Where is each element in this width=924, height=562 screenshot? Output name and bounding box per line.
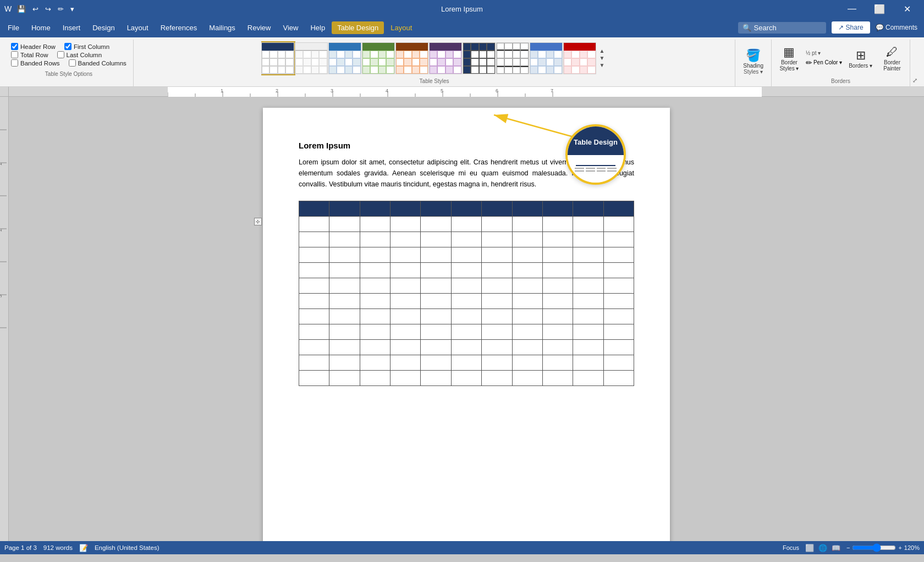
table-cell[interactable] [299, 278, 329, 294]
table-cell[interactable] [391, 371, 421, 386]
table-cell[interactable] [391, 201, 421, 217]
table-cell[interactable] [482, 294, 512, 309]
menu-insert[interactable]: Insert [57, 21, 86, 34]
first-column-checkbox[interactable]: First Column [64, 43, 109, 50]
banded-columns-checkbox[interactable]: Banded Columns [69, 59, 127, 67]
dropdown-icon[interactable]: ▾ [68, 4, 76, 14]
table-cell[interactable] [542, 340, 573, 355]
table-cell[interactable] [421, 309, 451, 324]
table-cell[interactable] [573, 371, 603, 386]
table-cell[interactable] [329, 294, 360, 309]
focus-label[interactable]: Focus [783, 544, 799, 551]
table-cell[interactable] [360, 217, 390, 232]
table-cell[interactable] [451, 371, 481, 386]
border-painter-button[interactable]: 🖊 BorderPainter [879, 43, 905, 74]
table-cell[interactable] [451, 217, 481, 232]
table-cell[interactable] [542, 371, 573, 386]
table-cell[interactable] [329, 278, 360, 294]
table-cell[interactable] [573, 217, 603, 232]
table-cell[interactable] [573, 340, 603, 355]
gallery-more[interactable]: ▼ [598, 62, 607, 69]
table-cell[interactable] [542, 278, 573, 294]
table-move-handle[interactable]: ⊹ [254, 218, 262, 225]
table-cell[interactable] [542, 217, 573, 232]
table-cell[interactable] [299, 309, 329, 324]
table-cell[interactable] [603, 232, 634, 247]
table-cell[interactable] [573, 201, 603, 217]
table-cell[interactable] [512, 371, 542, 386]
table-cell[interactable] [451, 309, 481, 324]
redo-icon[interactable]: ↪ [43, 4, 53, 14]
gallery-scroll-down[interactable]: ▼ [598, 55, 607, 62]
table-cell[interactable] [360, 201, 390, 217]
table-cell[interactable] [451, 263, 481, 278]
table-cell[interactable] [421, 217, 451, 232]
table-cell[interactable] [329, 217, 360, 232]
table-cell[interactable] [329, 201, 360, 217]
table-cell[interactable] [299, 371, 329, 386]
table-cell[interactable] [329, 324, 360, 340]
table-cell[interactable] [542, 263, 573, 278]
table-cell[interactable] [391, 263, 421, 278]
table-style-3[interactable] [328, 42, 361, 74]
table-cell[interactable] [512, 217, 542, 232]
print-layout-button[interactable]: ⬜ [804, 543, 816, 553]
table-cell[interactable] [451, 278, 481, 294]
table-cell[interactable] [329, 340, 360, 355]
table-cell[interactable] [573, 232, 603, 247]
menu-home[interactable]: Home [26, 21, 56, 34]
table-cell[interactable] [512, 232, 542, 247]
table-cell[interactable] [603, 217, 634, 232]
table-cell[interactable] [603, 355, 634, 371]
table-cell[interactable] [391, 217, 421, 232]
table-cell[interactable] [603, 324, 634, 340]
table-cell[interactable] [329, 371, 360, 386]
minimize-button[interactable]: — [839, 0, 865, 18]
table-cell[interactable] [573, 247, 603, 263]
table-cell[interactable] [573, 263, 603, 278]
read-mode-button[interactable]: 📖 [830, 543, 842, 553]
table-cell[interactable] [542, 324, 573, 340]
table-cell[interactable] [512, 355, 542, 371]
last-column-checkbox[interactable]: Last Column [57, 51, 102, 58]
shading-button[interactable]: 🪣 Shading Styles ▾ [740, 46, 767, 77]
table-cell[interactable] [391, 309, 421, 324]
table-style-10[interactable] [563, 42, 596, 74]
gallery-scroll[interactable]: ▲ ▼ ▼ [597, 47, 608, 70]
table-cell[interactable] [329, 263, 360, 278]
table-cell[interactable] [603, 340, 634, 355]
table-cell[interactable] [482, 371, 512, 386]
table-cell[interactable] [573, 294, 603, 309]
table-cell[interactable] [542, 201, 573, 217]
table-cell[interactable] [512, 278, 542, 294]
undo-icon[interactable]: ↩ [30, 4, 41, 14]
table-cell[interactable] [451, 232, 481, 247]
menu-design[interactable]: Design [87, 21, 120, 34]
menu-references[interactable]: References [155, 21, 202, 34]
zoom-out-button[interactable]: − [846, 544, 850, 551]
pen-color-label[interactable]: Pen Color ▾ [813, 59, 842, 65]
table-style-8[interactable] [496, 42, 529, 74]
document-table[interactable] [299, 201, 634, 386]
table-cell[interactable] [482, 263, 512, 278]
close-button[interactable]: ✕ [894, 0, 920, 18]
table-cell[interactable] [360, 278, 390, 294]
table-cell[interactable] [421, 201, 451, 217]
table-style-1[interactable] [261, 42, 294, 74]
table-cell[interactable] [360, 263, 390, 278]
search-label[interactable]: Search [754, 24, 777, 32]
table-cell[interactable] [391, 247, 421, 263]
table-cell[interactable] [512, 201, 542, 217]
table-style-4[interactable] [362, 42, 395, 74]
menu-layout[interactable]: Layout [122, 21, 154, 34]
spell-check-icon[interactable]: 📝 [79, 544, 88, 552]
table-cell[interactable] [299, 324, 329, 340]
table-cell[interactable] [360, 355, 390, 371]
table-cell[interactable] [482, 232, 512, 247]
table-cell[interactable] [421, 247, 451, 263]
table-cell[interactable] [299, 355, 329, 371]
table-cell[interactable] [360, 232, 390, 247]
table-cell[interactable] [512, 324, 542, 340]
table-cell[interactable] [512, 247, 542, 263]
zoom-slider[interactable] [852, 543, 896, 552]
